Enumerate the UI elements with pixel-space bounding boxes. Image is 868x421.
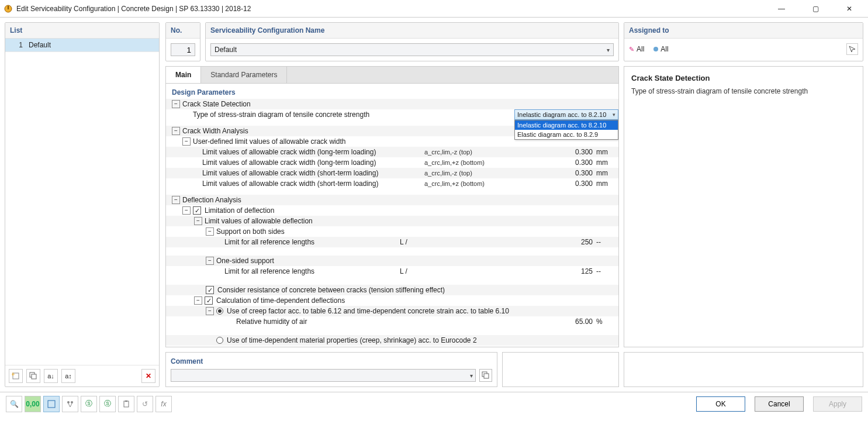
dd-option-inelastic[interactable]: Inelastic diagram acc. to 8.2.10 (515, 120, 618, 130)
app-icon (4, 4, 13, 13)
both-row-val[interactable]: 250 (549, 238, 593, 246)
cw-row-unit: mm (593, 158, 618, 167)
rh-val[interactable]: 65.00 (549, 318, 593, 326)
chevron-down-icon: ▾ (613, 112, 615, 118)
cw-row-label: Limit values of allowable crack width (l… (202, 148, 424, 156)
cw-row-val[interactable]: 0.300 (549, 158, 593, 167)
config-name-header: Serviceability Configuration Name (206, 23, 618, 39)
support-both-label: Support on both sides (216, 227, 285, 236)
list-item[interactable]: 1 Default (5, 39, 159, 52)
tab-standard-parameters[interactable]: Standard Parameters (201, 67, 287, 83)
collapse-icon[interactable]: − (172, 127, 180, 135)
cw-row-label: Limit values of allowable crack width (l… (202, 158, 424, 167)
svg-rect-12 (124, 401, 129, 407)
rh-label: Relative humidity of air (236, 318, 493, 326)
number-input[interactable] (171, 43, 195, 56)
new-item-button[interactable] (9, 369, 23, 383)
collapse-icon[interactable]: − (194, 296, 202, 305)
toolbar-button-a[interactable]: a↓ (44, 369, 58, 383)
copy-item-button[interactable] (26, 369, 40, 383)
crack-width-title: Crack Width Analysis (182, 127, 248, 135)
assigned-header: Assigned to (624, 23, 863, 39)
dd-option-elastic[interactable]: Elastic diagram acc. to 8.2.9 (515, 130, 618, 139)
svg-rect-13 (125, 401, 127, 402)
tension-checkbox[interactable]: ✓ (206, 286, 214, 294)
comment-copy-button[interactable] (479, 369, 492, 382)
rh-unit: % (593, 318, 618, 326)
collapse-icon[interactable]: − (172, 196, 180, 204)
euro-radio[interactable] (216, 337, 223, 344)
assigned-label-b: All (660, 45, 668, 53)
reset-button[interactable]: ↺ (137, 396, 153, 412)
chevron-down-icon: ▾ (470, 372, 473, 379)
svg-rect-1 (8, 6, 9, 9)
cw-row-unit: mm (593, 180, 618, 188)
cancel-button[interactable]: Cancel (755, 396, 804, 412)
comment-header: Comment (171, 357, 492, 365)
minimize-button[interactable]: — (770, 5, 793, 13)
assigned-all-b[interactable]: All (653, 45, 668, 53)
delete-item-button[interactable]: ✕ (141, 369, 155, 383)
collapse-icon[interactable]: − (182, 137, 191, 146)
support-one-label: One-sided support (216, 257, 274, 265)
comment-select[interactable]: ▾ (171, 369, 476, 382)
lvad-label: Limit values of allowable deflection (205, 217, 313, 225)
tension-label: Consider resistance of concrete between … (217, 286, 445, 294)
design-parameters-header: Design Parameters (166, 84, 618, 99)
one-row-sym: L / (400, 267, 493, 275)
creep-label: Use of creep factor acc. to table 6.12 a… (227, 307, 509, 315)
pick-cursor-button[interactable] (846, 43, 858, 55)
window-title: Edit Serviceability Configuration | Conc… (16, 5, 770, 13)
stress-strain-diagram-select[interactable]: Inelastic diagram acc. to 8.2.10 ▾ (514, 109, 618, 120)
cw-row-sym: a_crc,lim,+z (bottom) (424, 159, 518, 166)
maximize-button[interactable]: ▢ (804, 5, 827, 13)
one-row-val[interactable]: 125 (549, 267, 593, 275)
clipboard-button[interactable] (118, 396, 134, 412)
pen-icon: ✎ (629, 46, 634, 53)
search-button[interactable]: 🔍 (6, 396, 22, 412)
cw-row-sym: a_crc,lim,-z (top) (424, 170, 518, 177)
number-header: No. (166, 23, 200, 39)
grid-button[interactable] (43, 396, 60, 412)
toolbar-button-b[interactable]: a↕ (61, 369, 75, 383)
apply-button: Apply (813, 396, 862, 412)
svg-rect-8 (484, 374, 489, 378)
crack-state-title: Crack State Detection (182, 100, 251, 108)
units-button[interactable]: 0,00 (25, 396, 41, 412)
cw-row-val[interactable]: 0.300 (549, 169, 593, 177)
both-row-label: Limit for all reference lengths (224, 238, 400, 246)
svg-rect-9 (48, 401, 55, 408)
collapse-icon[interactable]: − (172, 100, 180, 108)
tree-button[interactable] (62, 396, 78, 412)
close-button[interactable]: ✕ (838, 5, 861, 13)
tab-main[interactable]: Main (166, 67, 201, 83)
collapse-icon[interactable]: − (206, 257, 214, 265)
collapse-icon[interactable]: − (194, 217, 202, 225)
collapse-icon[interactable]: − (206, 307, 214, 315)
cw-row-val[interactable]: 0.300 (549, 148, 593, 156)
list-header: List (5, 23, 159, 39)
dot-icon (653, 47, 658, 51)
info-panel: Crack State Detection Type of stress-str… (624, 66, 863, 347)
cw-row-unit: mm (593, 169, 618, 177)
collapse-icon[interactable]: − (206, 227, 214, 236)
script-button-b[interactable]: ⓢ (99, 396, 116, 412)
ok-button[interactable]: OK (696, 396, 745, 412)
cw-row-sym: a_crc,lim,-z (top) (424, 149, 518, 156)
crack-width-subtitle: User-defined limit values of allowable c… (193, 137, 345, 146)
tabs-panel: Main Standard Parameters Design Paramete… (165, 66, 619, 347)
window-titlebar: Edit Serviceability Configuration | Conc… (0, 0, 868, 18)
both-row-unit: -- (593, 238, 618, 246)
assigned-all-a[interactable]: ✎ All (629, 45, 644, 53)
config-name-select[interactable]: Default ▾ (210, 43, 614, 56)
number-panel: No. (165, 22, 200, 61)
blank-panel (502, 352, 619, 387)
script-button-a[interactable]: ⓢ (81, 396, 97, 412)
timedep-checkbox[interactable]: ✓ (205, 296, 213, 305)
collapse-icon[interactable]: − (182, 206, 191, 215)
limitation-checkbox[interactable]: ✓ (193, 206, 201, 215)
cw-row-val[interactable]: 0.300 (549, 180, 593, 188)
one-row-unit: -- (593, 267, 618, 275)
fx-button[interactable]: fx (155, 396, 172, 412)
creep-radio[interactable] (216, 308, 223, 315)
